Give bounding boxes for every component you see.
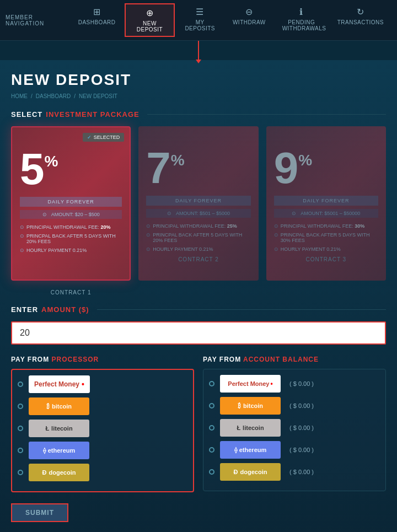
- balance-eth: ( $ 0.00 ): [289, 447, 314, 453]
- rate-number-3: 9: [274, 146, 299, 190]
- radio-pm-bal[interactable]: [209, 381, 214, 386]
- pay-processor-title: PAY FROM PROCESSOR: [11, 356, 194, 363]
- balance-doge: ( $ 0.00 ): [289, 469, 314, 475]
- contract-label-1: CONTRACT 1: [11, 289, 131, 295]
- logo-perfect-money-proc: Perfect Money •: [29, 375, 90, 393]
- nav-transactions[interactable]: ↻ TRANSACTIONS: [330, 3, 391, 37]
- pay-processor-section: PAY FROM PROCESSOR Perfect Money •: [11, 356, 194, 492]
- radio-ltc-proc[interactable]: [18, 426, 23, 431]
- package-card-1[interactable]: SELECTED 5 % DAILY FOREVER ⊙ AMOUNT: $20…: [11, 126, 131, 281]
- nav-items: ⊞ DASHBOARD ⊕ NEW DEPOSIT ☰ MY DEPOSITS …: [71, 3, 391, 37]
- pay-option-ltc-proc[interactable]: Ł litecoin: [18, 420, 187, 437]
- radio-doge-bal[interactable]: [209, 469, 214, 475]
- rate-percent-2: %: [171, 152, 185, 169]
- pay-option-eth-proc[interactable]: ⟠ ethereum: [18, 442, 187, 459]
- nav-dashboard[interactable]: ⊞ DASHBOARD: [71, 3, 124, 37]
- amount-label-1: ⊙ AMOUNT: $20 – $500: [20, 210, 122, 219]
- balance-btc: ( $ 0.00 ): [289, 402, 314, 409]
- amount-section-title: ENTER AMOUNT ($): [11, 305, 386, 314]
- submit-button[interactable]: SUBMIT: [11, 503, 68, 522]
- pending-icon: ℹ: [299, 7, 303, 17]
- logo-litecoin-proc: Ł litecoin: [29, 420, 89, 437]
- nav-new-deposit[interactable]: ⊕ NEW DEPOSIT: [125, 3, 175, 37]
- logo-perfect-money-bal: Perfect Money •: [220, 375, 281, 393]
- dashboard-icon: ⊞: [93, 7, 101, 17]
- top-navigation: MEMBER NAVIGATION ⊞ DASHBOARD ⊕ NEW DEPO…: [0, 0, 397, 41]
- pay-option-pm-bal[interactable]: Perfect Money • ( $ 0.00 ): [209, 375, 380, 393]
- detail-3-2: PRINCPAL BACK AFTER 5 DAYS WITH 30% FEES: [274, 232, 378, 243]
- contract-label-3b: [266, 289, 386, 295]
- transactions-icon: ↻: [357, 7, 364, 17]
- logo-dogecoin-bal: Ð dogecoin: [220, 463, 281, 481]
- main-content: NEW DEPOSIT HOME / DASHBOARD / NEW DEPOS…: [0, 60, 397, 532]
- pay-balance-options: Perfect Money • ( $ 0.00 ) ₿ bitcoin ( $…: [203, 369, 386, 491]
- my-deposits-icon: ☰: [196, 7, 204, 17]
- contract-label-2b: [138, 289, 258, 295]
- radio-doge-proc[interactable]: [18, 470, 23, 475]
- pay-option-doge-proc[interactable]: Ð dogecoin: [18, 464, 187, 481]
- package-card-2[interactable]: 7 % DAILY FOREVER ⊙ AMOUNT: $501 – $5000…: [138, 126, 258, 281]
- amount-label-2: ⊙ AMOUNT: $501 – $5000: [146, 209, 250, 218]
- radio-ltc-bal[interactable]: [209, 425, 214, 431]
- daily-label-3: DAILY FOREVER: [274, 196, 378, 206]
- balance-pm: ( $ 0.00 ): [289, 380, 314, 387]
- breadcrumb-sep2: /: [74, 93, 76, 99]
- logo-ethereum-proc: ⟠ ethereum: [29, 442, 89, 459]
- page-title: NEW DEPOSIT: [11, 71, 386, 89]
- packages-grid: SELECTED 5 % DAILY FOREVER ⊙ AMOUNT: $20…: [11, 126, 386, 281]
- contract-label-2: CONTRACT 2: [146, 256, 250, 262]
- radio-eth-proc[interactable]: [18, 448, 23, 453]
- selected-badge: SELECTED: [83, 133, 125, 142]
- detail-2-2: PRINCPAL BACK AFTER 5 DAYS WITH 20% FEES: [146, 232, 250, 243]
- package-card-3[interactable]: 9 % DAILY FOREVER ⊙ AMOUNT: $5001 – $500…: [266, 126, 386, 281]
- rate-display-1: 5 %: [20, 147, 122, 191]
- breadcrumb-dashboard[interactable]: DASHBOARD: [36, 93, 71, 99]
- submit-container: SUBMIT: [11, 503, 68, 528]
- daily-label-1: DAILY FOREVER: [20, 197, 122, 207]
- packages-section-title: SELECT INVESTMENT PACKAGE: [11, 110, 386, 119]
- logo-bitcoin-proc: ₿ bitcoin: [29, 397, 89, 415]
- radio-eth-bal[interactable]: [209, 447, 214, 453]
- logo-litecoin-bal: Ł litecoin: [220, 419, 281, 437]
- nav-pending-withdrawals[interactable]: ℹ PENDING WITHDRAWALS: [275, 3, 329, 37]
- withdraw-icon: ⊖: [245, 7, 253, 17]
- logo-bitcoin-bal: ₿ bitcoin: [220, 397, 281, 415]
- pay-option-btc-bal[interactable]: ₿ bitcoin ( $ 0.00 ): [209, 397, 380, 415]
- packages-label-highlight: INVESTMENT PACKAGE: [46, 110, 139, 119]
- amount-section: ENTER AMOUNT ($): [11, 305, 386, 345]
- breadcrumb-current: NEW DEPOSIT: [79, 93, 117, 99]
- pay-balance-title: PAY FROM ACCOUNT BALANCE: [203, 356, 386, 363]
- pay-option-doge-bal[interactable]: Ð dogecoin ( $ 0.00 ): [209, 463, 380, 481]
- pay-sections: PAY FROM PROCESSOR Perfect Money •: [11, 356, 386, 492]
- amount-label-highlight: AMOUNT ($): [41, 305, 89, 314]
- detail-2-1: PRINCIPAL WITHDRAWAL FEE: 25%: [146, 223, 250, 229]
- rate-number-1: 5: [20, 147, 45, 191]
- radio-btc-proc[interactable]: [18, 404, 23, 409]
- pay-option-ltc-bal[interactable]: Ł litecoin ( $ 0.00 ): [209, 419, 380, 437]
- radio-pm-proc[interactable]: [18, 381, 23, 387]
- rate-number-2: 7: [146, 146, 171, 190]
- breadcrumb-home[interactable]: HOME: [11, 93, 28, 99]
- balance-ltc: ( $ 0.00 ): [289, 424, 314, 431]
- amount-input[interactable]: [11, 321, 386, 345]
- rate-percent-3: %: [298, 152, 312, 169]
- rate-display-2: 7 %: [146, 146, 250, 190]
- pay-option-eth-bal[interactable]: ⟠ ethereum ( $ 0.00 ): [209, 441, 380, 459]
- packages-label-static: SELECT: [11, 110, 42, 119]
- pay-processor-options: Perfect Money • ₿ bitcoin: [11, 369, 194, 492]
- nav-withdraw[interactable]: ⊖ WITHDRAW: [225, 3, 273, 37]
- detail-2-3: HOURLY PAYMENT 0.21%: [146, 246, 250, 252]
- nav-label: MEMBER NAVIGATION: [6, 14, 71, 26]
- amount-label-3: ⊙ AMOUNT: $5001 – $50000: [274, 209, 378, 218]
- detail-1-2: PRINCPAL BACK AFTER 5 DAYS WITH 20% FEES: [20, 233, 122, 244]
- contract-label-3: CONTRACT 3: [274, 256, 378, 262]
- radio-btc-bal[interactable]: [209, 403, 214, 409]
- detail-3-1: PRINCIPAL WITHDRAWAL FEE: 30%: [274, 223, 378, 229]
- nav-my-deposits[interactable]: ☰ MY DEPOSITS: [176, 3, 223, 37]
- rate-display-3: 9 %: [274, 146, 378, 190]
- pay-option-pm-proc[interactable]: Perfect Money •: [18, 375, 187, 393]
- breadcrumb-sep1: /: [31, 93, 33, 99]
- new-deposit-icon: ⊕: [146, 8, 154, 18]
- pay-option-btc-proc[interactable]: ₿ bitcoin: [18, 397, 187, 415]
- nav-arrow: [0, 41, 397, 60]
